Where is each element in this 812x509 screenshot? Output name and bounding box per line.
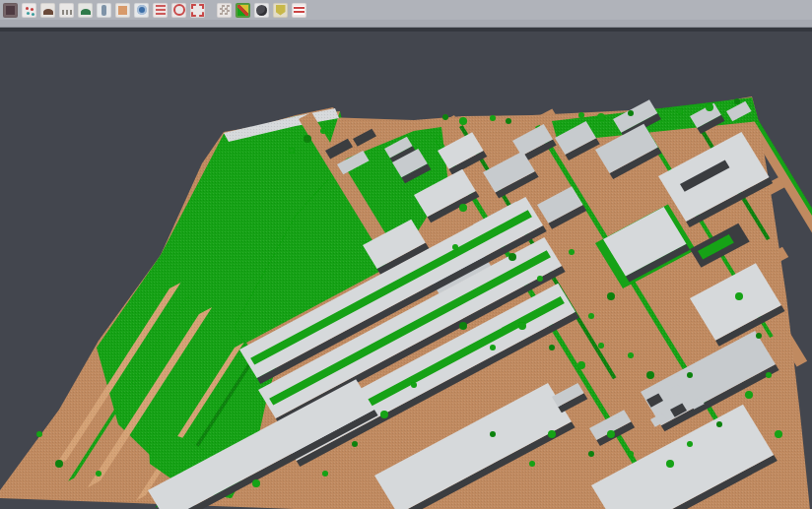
texture-view-icon-glyph (220, 5, 230, 15)
vegetation-dot (537, 276, 543, 282)
vegetation-dot (506, 118, 511, 124)
scene-layer (0, 96, 812, 509)
vegetation-dot (442, 114, 448, 120)
dense-cloud-icon[interactable] (3, 3, 18, 18)
vegetation-dot (490, 431, 496, 437)
shaded-view-icon[interactable] (254, 3, 269, 18)
toolbar-substrip (0, 20, 812, 28)
vegetation-dot (628, 110, 634, 116)
vegetation-dot (490, 115, 496, 121)
orthophoto-icon[interactable] (115, 3, 130, 18)
vegetation-dot (628, 352, 634, 358)
vegetation-dot (607, 292, 615, 300)
vegetation-dot (756, 333, 762, 339)
vegetation-dot (588, 313, 594, 319)
vegetation-dot (549, 345, 555, 350)
vegetation-dot (577, 361, 585, 369)
vegetation-dot (36, 431, 42, 437)
vegetation-dot (96, 471, 102, 477)
layers-icon[interactable] (153, 3, 168, 18)
vegetation-dot (490, 345, 496, 350)
classify-points-icon[interactable] (22, 3, 36, 18)
globe-view-icon[interactable] (134, 3, 149, 18)
globe-view-icon-glyph (137, 5, 147, 15)
vegetation-dot (289, 148, 295, 154)
orthophoto-icon-glyph (118, 6, 127, 15)
point-label-icon[interactable] (273, 3, 288, 18)
profile-tool-icon-glyph (102, 5, 106, 16)
dem-terrain-icon[interactable] (40, 3, 55, 18)
rectangle-selection-icon[interactable] (190, 3, 205, 18)
vegetation-dot (745, 391, 753, 399)
classification-colors-icon-glyph (237, 5, 248, 16)
flag-layers-icon-glyph (294, 6, 304, 15)
vegetation-dot (766, 372, 772, 378)
vegetation-dot (459, 117, 467, 125)
vegetation-dot (607, 430, 615, 438)
flag-layers-icon[interactable] (292, 3, 306, 18)
vegetation-dot (687, 441, 693, 447)
vegetation-dot (677, 108, 683, 114)
vegetation-dot (716, 421, 722, 427)
vegetation-dot (252, 479, 260, 487)
vegetation-dot (588, 451, 594, 457)
vegetation-dot (452, 244, 458, 250)
vegetation-dot (775, 430, 782, 438)
vegetation-dot (508, 253, 516, 261)
vegetation-dot (666, 460, 674, 468)
classify-points-icon-glyph (26, 7, 29, 10)
vegetation-dot (628, 451, 634, 457)
vegetation-dot (687, 372, 693, 378)
vegetation-dot (459, 322, 467, 330)
vegetation-dot (320, 128, 326, 134)
texture-view-icon[interactable] (217, 3, 232, 18)
vegetation-dot (548, 430, 556, 438)
vegetation-dot (459, 204, 467, 212)
vegetation-dot (529, 461, 535, 467)
circle-selection-icon-glyph (173, 4, 185, 16)
toolbar-group-data (3, 3, 205, 18)
vegetation-dot (304, 135, 311, 143)
sparse-points-icon[interactable] (59, 3, 74, 18)
vegetation-dot (380, 411, 388, 418)
vegetation-dot (55, 460, 63, 468)
point-label-icon-glyph (276, 5, 286, 16)
vegetation-dot (597, 113, 605, 121)
mesh-terrain-icon-glyph (81, 9, 91, 15)
layers-icon-glyph (156, 5, 166, 15)
vegetation-dot (411, 382, 417, 388)
toolbar-group-view (217, 3, 306, 18)
vegetation-dot (569, 249, 575, 255)
viewport-3d[interactable] (0, 28, 812, 509)
scene-svg[interactable] (0, 32, 812, 509)
vegetation-dot (735, 292, 743, 300)
vegetation-dot (578, 112, 584, 118)
sparse-points-icon-glyph (62, 10, 72, 15)
dem-terrain-icon-glyph (43, 9, 53, 15)
classification-colors-icon[interactable] (236, 3, 250, 18)
vegetation-dot (518, 322, 526, 330)
profile-tool-icon[interactable] (97, 3, 111, 18)
vegetation-dot (598, 343, 604, 349)
vegetation-dot (352, 441, 358, 447)
vegetation-dot (646, 371, 654, 379)
circle-selection-icon[interactable] (171, 3, 186, 18)
mesh-terrain-icon[interactable] (78, 3, 93, 18)
rectangle-selection-icon-glyph (191, 4, 204, 17)
vegetation-dot (734, 98, 740, 104)
shaded-view-icon-glyph (256, 5, 267, 16)
main-toolbar (0, 0, 812, 20)
vegetation-dot (322, 471, 328, 477)
app-window (0, 0, 812, 509)
dense-cloud-icon-glyph (6, 6, 15, 15)
vegetation-dot (706, 103, 713, 111)
